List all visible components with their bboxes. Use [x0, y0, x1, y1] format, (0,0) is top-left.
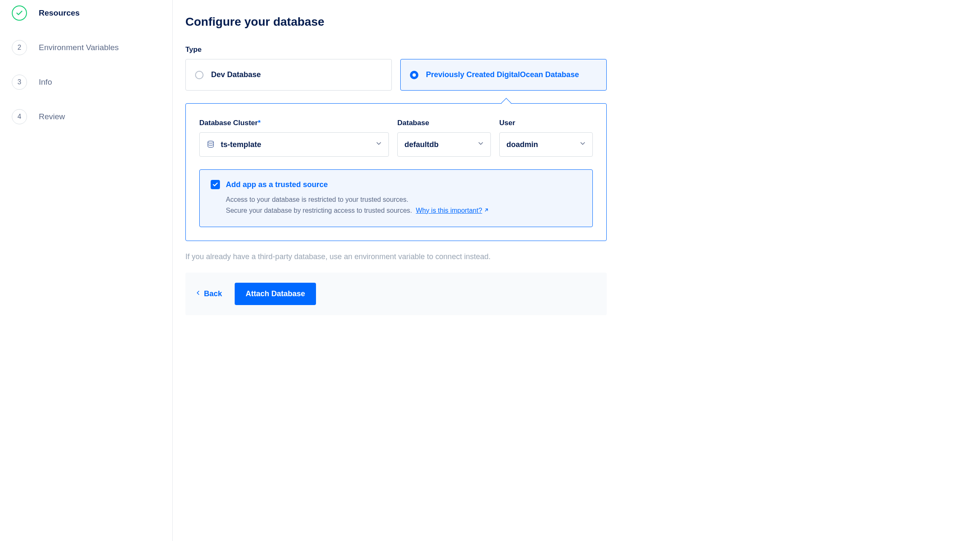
user-value: doadmin: [506, 140, 538, 149]
type-radio-group: Dev Database Previously Created DigitalO…: [185, 59, 607, 91]
user-field: User doadmin: [499, 119, 593, 157]
step-number-icon: 3: [12, 75, 27, 90]
database-icon: [206, 140, 215, 149]
radio-icon: [410, 71, 418, 79]
type-label: Type: [185, 46, 607, 54]
cluster-value: ts-template: [221, 140, 261, 149]
step-env-variables[interactable]: 2 Environment Variables: [12, 35, 161, 61]
step-label: Environment Variables: [39, 43, 119, 52]
radio-label: Dev Database: [211, 70, 261, 79]
chevron-left-icon: [195, 289, 201, 298]
back-button[interactable]: Back: [192, 285, 225, 303]
cluster-field: Database Cluster* ts-template: [199, 119, 389, 157]
why-important-link[interactable]: Why is this important?: [416, 205, 489, 216]
user-label: User: [499, 119, 593, 127]
step-review[interactable]: 4 Review: [12, 104, 161, 130]
database-value: defaultdb: [404, 140, 439, 149]
svg-point-0: [208, 141, 213, 143]
wizard-sidebar: Resources 2 Environment Variables 3 Info…: [0, 0, 173, 541]
check-icon: [12, 5, 27, 21]
main-content: Configure your database Type Dev Databas…: [173, 0, 619, 541]
radio-dev-database[interactable]: Dev Database: [185, 59, 392, 91]
cluster-select[interactable]: ts-template: [199, 132, 389, 157]
trusted-label: Add app as a trusted source: [226, 180, 328, 189]
action-bar: Back Attach Database: [185, 273, 607, 315]
database-label: Database: [397, 119, 491, 127]
step-number-icon: 2: [12, 40, 27, 55]
trusted-line-1: Access to your database is restricted to…: [226, 194, 581, 205]
chevron-down-icon: [375, 140, 383, 150]
step-resources[interactable]: Resources: [12, 0, 161, 26]
config-panel-wrap: Database Cluster* ts-template Database: [185, 103, 607, 241]
trusted-source-box: Add app as a trusted source Access to yo…: [199, 169, 593, 227]
checkbox-checked-icon[interactable]: [211, 180, 220, 189]
radio-label: Previously Created DigitalOcean Database: [426, 70, 579, 79]
step-label: Info: [39, 78, 52, 87]
config-panel: Database Cluster* ts-template Database: [185, 103, 607, 241]
trusted-line-2-row: Secure your database by restricting acce…: [226, 205, 581, 216]
step-label: Resources: [39, 8, 80, 18]
back-label: Back: [204, 289, 222, 298]
trusted-description: Access to your database is restricted to…: [226, 194, 581, 216]
external-link-icon: [484, 205, 489, 216]
attach-database-button[interactable]: Attach Database: [235, 283, 316, 305]
chevron-down-icon: [477, 140, 485, 150]
select-row: Database Cluster* ts-template Database: [199, 119, 593, 157]
step-number-icon: 4: [12, 109, 27, 124]
database-field: Database defaultdb: [397, 119, 491, 157]
step-list: Resources 2 Environment Variables 3 Info…: [12, 0, 161, 130]
svg-line-1: [485, 209, 487, 211]
chevron-down-icon: [579, 140, 586, 150]
radio-icon: [195, 71, 203, 79]
radio-existing-database[interactable]: Previously Created DigitalOcean Database: [400, 59, 607, 91]
step-label: Review: [39, 112, 65, 121]
third-party-hint: If you already have a third-party databa…: [185, 251, 607, 262]
cluster-label: Database Cluster*: [199, 119, 389, 127]
database-select[interactable]: defaultdb: [397, 132, 491, 157]
page-title: Configure your database: [185, 15, 607, 29]
trusted-checkbox-row[interactable]: Add app as a trusted source: [211, 180, 581, 189]
step-info[interactable]: 3 Info: [12, 69, 161, 95]
required-icon: *: [258, 119, 261, 127]
user-select[interactable]: doadmin: [499, 132, 593, 157]
